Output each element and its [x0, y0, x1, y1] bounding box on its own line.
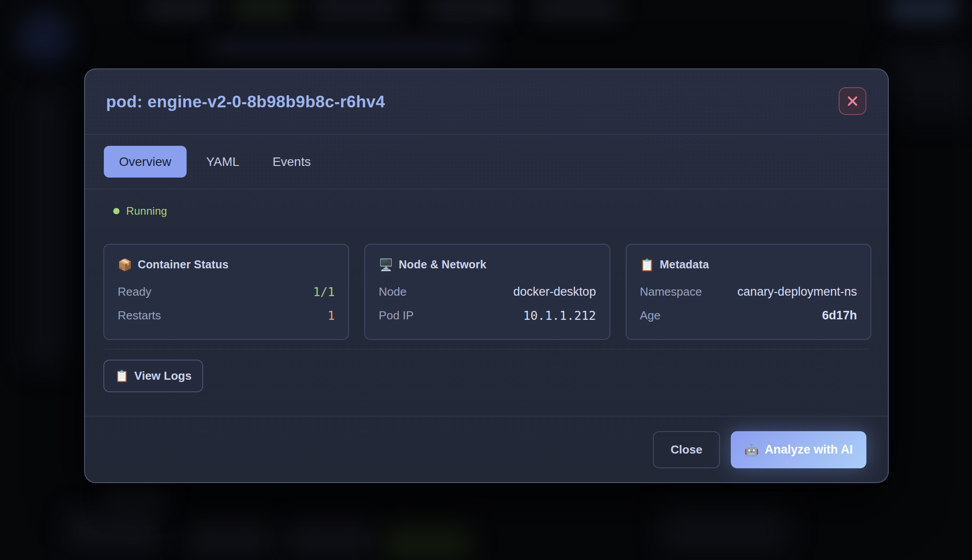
robot-icon: 🤖 — [744, 444, 759, 456]
backdrop-shape — [67, 510, 161, 550]
card-row: Namespace canary-deployment-ns — [640, 284, 857, 299]
row-label: Node — [379, 285, 406, 299]
analyze-with-ai-button[interactable]: 🤖 Analyze with AI — [731, 431, 866, 468]
tabbar-divider — [85, 189, 888, 189]
tab-yaml[interactable]: YAML — [193, 146, 253, 178]
backdrop-shape — [210, 37, 488, 58]
backdrop-shape — [18, 11, 72, 65]
row-value: docker-desktop — [513, 285, 596, 299]
view-logs-button[interactable]: 📋 View Logs — [103, 360, 203, 392]
container-status-card: 📦 Container Status Ready 1/1 Restarts 1 — [103, 244, 349, 340]
backdrop-shape — [107, 483, 166, 510]
row-label: Age — [640, 309, 661, 322]
row-value: 1/1 — [313, 285, 335, 299]
tab-overview[interactable]: Overview — [104, 146, 187, 178]
row-value: canary-deployment-ns — [738, 285, 857, 299]
backdrop-shape — [148, 0, 215, 20]
view-logs-label: View Logs — [134, 369, 192, 383]
close-button[interactable]: Close — [653, 431, 720, 468]
pod-status: Running — [113, 205, 167, 217]
pod-details-modal: pod: engine-v2-0-8b98b9b8c-r6hv4 Overvie… — [84, 68, 889, 483]
row-value: 10.1.1.212 — [523, 309, 596, 322]
card-row: Pod IP 10.1.1.212 — [379, 308, 596, 322]
metadata-card: 📋 Metadata Namespace canary-deployment-n… — [626, 244, 871, 340]
close-icon — [846, 95, 859, 107]
backdrop-shape — [27, 89, 67, 367]
analyze-label: Analyze with AI — [765, 443, 853, 457]
card-row: Age 6d17h — [640, 308, 857, 322]
row-label: Restarts — [118, 309, 161, 322]
row-label: Pod IP — [379, 309, 414, 322]
footer-divider — [85, 416, 888, 416]
clipboard-icon: 📋 — [640, 259, 655, 271]
node-network-card: 🖥️ Node & Network Node docker-desktop Po… — [364, 244, 610, 340]
backdrop-shape — [430, 0, 510, 20]
backdrop-shape — [385, 526, 470, 559]
row-label: Ready — [118, 285, 151, 299]
backdrop-shape — [891, 0, 958, 22]
backdrop-shape — [535, 0, 620, 20]
backdrop-shape — [188, 521, 273, 557]
backdrop-shape — [286, 521, 376, 557]
status-label: Running — [126, 205, 167, 217]
modal-footer: Close 🤖 Analyze with AI — [653, 431, 866, 468]
backdrop-shape — [313, 0, 398, 20]
overview-cards: 📦 Container Status Ready 1/1 Restarts 1 … — [103, 244, 871, 340]
tab-events[interactable]: Events — [259, 146, 324, 178]
modal-title: pod: engine-v2-0-8b98b9b8c-r6hv4 — [106, 69, 385, 134]
package-icon: 📦 — [118, 259, 132, 271]
card-row: Ready 1/1 — [118, 284, 335, 299]
backdrop-shape — [662, 505, 788, 552]
row-label: Namespace — [640, 285, 702, 299]
monitor-icon: 🖥️ — [379, 259, 393, 271]
content-divider — [103, 349, 868, 349]
card-title-text: Metadata — [660, 258, 709, 271]
row-value: 1 — [328, 309, 335, 322]
status-dot-icon — [113, 208, 119, 214]
backdrop-shape — [233, 0, 295, 20]
modal-header: pod: engine-v2-0-8b98b9b8c-r6hv4 — [85, 69, 888, 134]
card-title: 🖥️ Node & Network — [379, 258, 596, 271]
clipboard-icon: 📋 — [115, 370, 129, 382]
card-row: Node docker-desktop — [379, 284, 596, 299]
tab-bar: Overview YAML Events — [85, 135, 888, 189]
card-row: Restarts 1 — [118, 308, 335, 322]
backdrop-shape — [891, 49, 971, 116]
card-title: 📋 Metadata — [640, 258, 857, 271]
row-value: 6d17h — [822, 309, 857, 322]
card-title-text: Container Status — [138, 258, 229, 271]
close-modal-button[interactable] — [839, 87, 866, 115]
card-title: 📦 Container Status — [118, 258, 335, 271]
card-title-text: Node & Network — [399, 258, 486, 271]
